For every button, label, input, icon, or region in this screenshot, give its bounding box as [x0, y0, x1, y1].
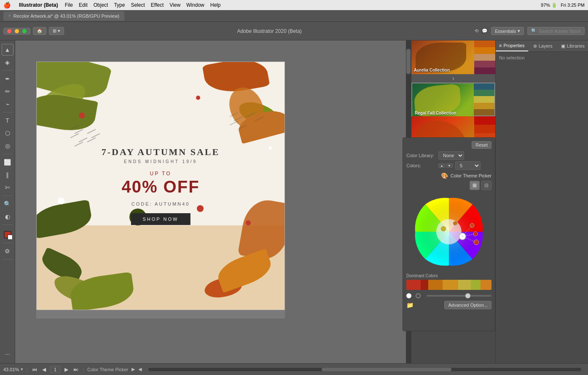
color-wheel-panel: Reset Color Library: None Colors: ▲ ▼ 5 …: [403, 137, 495, 331]
menu-effect[interactable]: Effect: [151, 2, 164, 8]
regal-colors: [474, 83, 494, 115]
nav-prev-prev[interactable]: ⏮: [31, 367, 38, 372]
brush-tool[interactable]: ✏: [2, 86, 13, 97]
dom-color-3[interactable]: [428, 280, 443, 290]
scissors-tool[interactable]: ✄: [2, 182, 13, 193]
rotate-tool[interactable]: ◎: [2, 140, 13, 152]
menu-select[interactable]: Select: [131, 2, 145, 8]
home-btn[interactable]: 🏠: [33, 27, 46, 35]
search-stock[interactable]: 🔍 Search Adobe Stock: [527, 27, 585, 35]
status-arrow-left[interactable]: ◀: [138, 367, 142, 372]
dom-color-6[interactable]: [471, 280, 480, 290]
shop-now-btn[interactable]: SHOP NOW: [131, 213, 191, 225]
tab-close-btn[interactable]: ×: [8, 13, 11, 18]
color-wheel-container[interactable]: [406, 193, 491, 271]
menu-help[interactable]: Help: [210, 2, 221, 8]
aurelia-swatch-2[interactable]: [474, 47, 495, 54]
dom-color-4[interactable]: [443, 280, 458, 290]
status-arrow[interactable]: ▶: [132, 367, 135, 372]
zoom-value[interactable]: 43.01%: [3, 367, 19, 372]
nav-next[interactable]: ▶: [64, 367, 69, 372]
autumn-swatch-1[interactable]: [474, 116, 495, 125]
regal-swatch-5[interactable]: [474, 109, 494, 115]
colors-stepper-down[interactable]: ▼: [446, 163, 453, 168]
misc-tools[interactable]: ⚙: [2, 245, 13, 257]
aurelia-more-dots[interactable]: ›: [452, 75, 454, 82]
page-number-input[interactable]: [50, 366, 60, 373]
autumn-swatch-2[interactable]: [474, 125, 495, 133]
line-tool[interactable]: ⌁: [2, 98, 13, 110]
nav-next-next[interactable]: ⏭: [72, 367, 79, 372]
theme-regal[interactable]: Regal Fall Collection: [411, 83, 495, 116]
color-wheel-svg[interactable]: [413, 196, 485, 268]
dot-5: [268, 146, 272, 150]
tool-separator-7: [3, 259, 13, 260]
sidebar-tab-libraries[interactable]: ▣ Libraries: [558, 40, 588, 51]
aurelia-swatch-4[interactable]: [474, 61, 495, 67]
color-library-label: Color Library:: [406, 153, 436, 158]
menu-view[interactable]: View: [169, 2, 180, 8]
svg-line-5: [87, 129, 96, 134]
zoom-tool[interactable]: 🔍: [2, 198, 13, 210]
pen-tool[interactable]: ✒: [2, 73, 13, 85]
harmony-slider-thumb[interactable]: [465, 293, 470, 298]
document-tab[interactable]: × Recolor Artwork.ai* @ 43.01% (RGB/GPU …: [3, 11, 124, 21]
app-title: Adobe Illustrator 2020 (Beta): [66, 28, 473, 34]
toolbar-icon-2[interactable]: 💬: [482, 28, 488, 34]
dom-color-2[interactable]: [421, 280, 429, 290]
view-mode-list[interactable]: ⊟: [481, 181, 491, 190]
canvas-area[interactable]: 7-DAY AUTUMN SALE ENDS MIDNIGHT 19/9 UP …: [15, 40, 411, 363]
aurelia-swatch-5[interactable]: [474, 67, 495, 74]
menu-edit[interactable]: Edit: [79, 2, 88, 8]
nav-prev[interactable]: ◀: [41, 367, 47, 372]
essentials-btn[interactable]: Essentials ▾: [491, 27, 524, 35]
reset-button[interactable]: Reset: [472, 141, 491, 149]
sidebar-tab-layers[interactable]: ⊕ Layers: [528, 40, 558, 51]
folder-icon[interactable]: 📁: [406, 302, 413, 308]
main-layout: ▲ ◈ ✒ ✏ ⌁ T ⬡ ◎ ⬜ ∥ ✄ 🔍 ◐ ⚙ ···: [0, 40, 588, 363]
direct-selection-tool[interactable]: ◈: [2, 56, 13, 68]
colors-stepper-up[interactable]: ▲: [438, 163, 445, 168]
type-tool[interactable]: T: [2, 115, 13, 126]
svg-line-11: [238, 125, 247, 129]
gradient-tool[interactable]: ∥: [2, 169, 13, 181]
zoom-dropdown[interactable]: ▾: [21, 367, 23, 372]
fill-color[interactable]: [2, 229, 13, 241]
shape-tool[interactable]: ⬡: [2, 127, 13, 139]
dom-color-7[interactable]: [481, 280, 491, 290]
regal-swatch-3[interactable]: [474, 96, 494, 102]
aurelia-more-row: ›: [411, 74, 495, 83]
theme-aurelia[interactable]: Aurelia Collection: [411, 40, 495, 74]
hand-tool[interactable]: ◐: [2, 211, 13, 222]
harmony-radio-1[interactable]: [406, 293, 411, 298]
regal-swatch-1[interactable]: [474, 83, 494, 90]
toolbar-icon-1[interactable]: ⟲: [475, 28, 478, 34]
sidebar-tab-properties[interactable]: ≡ Properties: [496, 40, 528, 51]
menu-object[interactable]: Object: [94, 2, 108, 8]
colors-value-select[interactable]: 5: [455, 161, 481, 170]
dom-color-5[interactable]: [458, 280, 471, 290]
libraries-icon: ▣: [561, 43, 565, 49]
scrollbar-horizontal[interactable]: [148, 368, 581, 371]
selection-tool[interactable]: ▲: [2, 44, 13, 56]
dom-color-1[interactable]: [406, 280, 421, 290]
color-library-select[interactable]: None: [438, 151, 464, 160]
arrangement-btn[interactable]: ⊞ ▾: [49, 27, 64, 35]
advanced-options-button[interactable]: Advanced Option...: [444, 301, 491, 309]
apple-menu[interactable]: 🍎: [3, 2, 11, 8]
rectangle-tool[interactable]: ⬜: [2, 156, 13, 168]
aurelia-swatch-1[interactable]: [474, 40, 495, 47]
harmony-slider[interactable]: [427, 295, 491, 297]
harmony-radio-2[interactable]: [416, 293, 421, 298]
layers-icon: ⊕: [533, 43, 537, 49]
menu-window[interactable]: Window: [186, 2, 204, 8]
menu-type[interactable]: Type: [114, 2, 125, 8]
tool-separator-2: [3, 112, 13, 112]
menu-bar-right: 97% 🔋 Fri 3:25 PM: [541, 3, 585, 8]
aurelia-swatch-3[interactable]: [474, 54, 495, 61]
view-mode-grid[interactable]: ⊞: [470, 181, 480, 190]
menu-file[interactable]: File: [65, 2, 73, 8]
regal-swatch-2[interactable]: [474, 90, 494, 96]
more-tools[interactable]: ···: [2, 348, 13, 360]
regal-swatch-4[interactable]: [474, 103, 494, 109]
